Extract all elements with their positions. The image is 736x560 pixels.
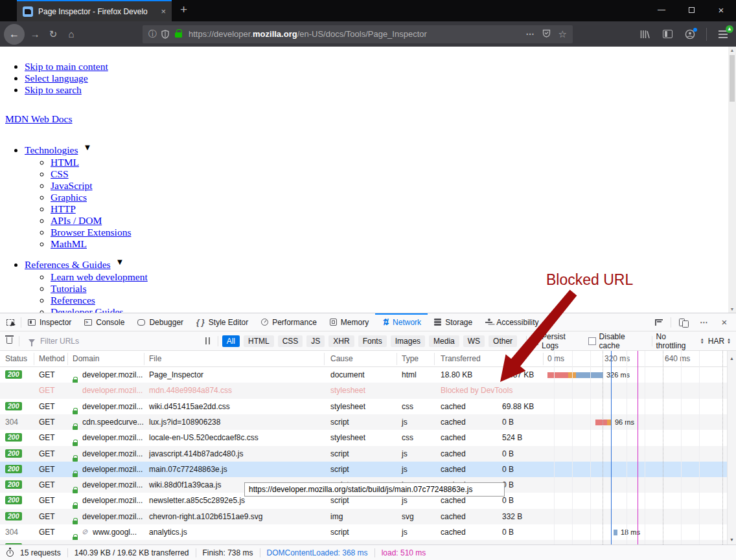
nav-references-link[interactable]: References [51, 295, 95, 306]
clear-requests-button[interactable] [5, 336, 15, 346]
nav-javascript-link[interactable]: JavaScript [51, 180, 93, 191]
table-row[interactable]: 200 GET developer.mozil... locale-en-US.… [0, 430, 736, 445]
sidebar-toggle-icon[interactable] [658, 26, 676, 43]
tab-accessibility[interactable]: Accessibility [479, 313, 545, 331]
table-row[interactable]: 200 GET developer.mozil... [0, 540, 736, 544]
minimize-button[interactable]: — [647, 0, 676, 19]
scrollbar-thumb[interactable] [730, 55, 735, 102]
tracking-shield-icon[interactable] [161, 30, 169, 39]
col-file[interactable]: File [149, 354, 161, 363]
home-button[interactable]: ⌂ [62, 26, 80, 43]
filter-urls-input[interactable] [39, 336, 194, 346]
bookmark-star-icon[interactable]: ☆ [558, 28, 567, 40]
filter-pill-media[interactable]: Media [429, 335, 459, 347]
network-table-scrollbar[interactable]: ▲ ▼ [727, 351, 736, 544]
throttling-select[interactable]: No throttling▲▼ [656, 332, 704, 350]
nav-tutorials-link[interactable]: Tutorials [51, 283, 86, 294]
table-row[interactable]: 304 GET ⊘ www.googl... analytics.js scri… [0, 524, 736, 540]
pick-element-button[interactable] [0, 313, 21, 331]
filter-pill-images[interactable]: Images [391, 335, 425, 347]
pocket-save-icon[interactable] [542, 29, 551, 39]
filter-pill-ws[interactable]: WS [463, 335, 485, 347]
col-cause[interactable]: Cause [330, 354, 353, 363]
col-method[interactable]: Method [39, 354, 65, 363]
table-row[interactable]: 200 GET developer.mozil... javascript.41… [0, 446, 736, 462]
filter-pill-xhr[interactable]: XHR [328, 335, 354, 347]
site-info-icon[interactable]: ⓘ [148, 28, 157, 40]
filter-pill-css[interactable]: CSS [278, 335, 303, 347]
pause-traffic-icon[interactable] [205, 337, 210, 344]
browser-tab[interactable]: Page Inspector - Firefox Develo × [17, 0, 172, 21]
nav-developer-guides-link[interactable]: Developer Guides [51, 306, 123, 313]
table-row-blocked[interactable]: GET developer.mozil... mdn.448e9984a874.… [0, 383, 736, 398]
library-icon[interactable] [636, 26, 654, 43]
nav-html-link[interactable]: HTML [51, 157, 79, 168]
tab-memory[interactable]: Memory [323, 313, 375, 331]
scroll-up-icon[interactable]: ▲ [728, 48, 736, 52]
filter-pill-all[interactable]: All [222, 335, 240, 347]
col-status[interactable]: Status [5, 354, 27, 363]
skip-to-search-link[interactable]: Skip to search [25, 84, 82, 95]
table-row[interactable]: 200 GET developer.mozil... wiki.d451415a… [0, 399, 736, 414]
nav-http-link[interactable]: HTTP [51, 203, 76, 214]
nav-mathml-link[interactable]: MathML [51, 238, 87, 249]
account-icon[interactable] [681, 26, 699, 43]
har-select[interactable]: HAR▲▼ [708, 337, 731, 346]
network-table-header[interactable]: Status Method Domain File Cause Type Tra… [0, 351, 736, 367]
col-transferred[interactable]: Transferred [441, 354, 481, 363]
table-row[interactable]: 200 GET developer.mozil... Page_Inspecto… [0, 367, 736, 383]
persist-logs-checkbox[interactable]: Persist Logs [531, 332, 584, 350]
nav-technologies-link[interactable]: Technologies [25, 144, 78, 155]
filter-pill-js[interactable]: JS [306, 335, 325, 347]
devtools-close-button[interactable]: × [715, 315, 733, 330]
performance-icon [261, 319, 268, 326]
back-button[interactable]: ← [4, 24, 25, 45]
disable-cache-checkbox[interactable]: Disable cache [588, 332, 648, 350]
url-bar[interactable]: ⓘ https://developer.mozilla.org/en-US/do… [143, 25, 573, 43]
nav-css-link[interactable]: CSS [51, 168, 69, 179]
col-type[interactable]: Type [402, 354, 419, 363]
filter-pill-fonts[interactable]: Fonts [358, 335, 387, 347]
nav-references-guides-link[interactable]: References & Guides [25, 259, 111, 270]
skip-to-main-link[interactable]: Skip to main content [25, 61, 108, 72]
table-row[interactable]: 304 GET cdn.speedcurve... lux.js?id=1089… [0, 414, 736, 430]
table-row-selected[interactable]: 200 GET developer.mozil... main.07c77248… [0, 462, 736, 477]
table-row[interactable]: 200 GET developer.mozil... chevron-right… [0, 509, 736, 524]
page-scrollbar[interactable]: ▲ ▼ [728, 47, 736, 313]
dom-content-loaded-time[interactable]: DOMContentLoaded: 368 ms [267, 548, 368, 557]
nav-graphics-link[interactable]: Graphics [51, 192, 87, 203]
forward-button[interactable]: → [26, 26, 44, 43]
responsive-design-button[interactable] [674, 315, 692, 330]
debugger-icon [137, 319, 145, 326]
select-language-link[interactable]: Select language [25, 73, 88, 84]
tab-performance[interactable]: Performance [255, 313, 323, 331]
rulers-button[interactable] [650, 315, 668, 330]
col-domain[interactable]: Domain [73, 354, 99, 363]
tab-storage[interactable]: Storage [428, 313, 479, 331]
scroll-down-icon[interactable]: ▼ [728, 307, 736, 311]
nav-browser-extensions-link[interactable]: Browser Extensions [51, 227, 131, 238]
new-tab-button[interactable]: + [180, 3, 187, 17]
devtools-menu-button[interactable]: ⋯ [695, 315, 713, 330]
network-status-bar: 15 requests 140.39 KB / 19.62 KB transfe… [0, 544, 736, 560]
window-close-button[interactable]: × [706, 0, 736, 19]
menu-button[interactable]: ▲ [714, 26, 732, 43]
maximize-button[interactable] [676, 0, 706, 19]
reload-button[interactable]: ↻ [44, 26, 62, 43]
tab-inspector[interactable]: Inspector [21, 313, 78, 331]
scroll-down-icon[interactable]: ▼ [728, 537, 736, 542]
page-actions-icon[interactable]: ⋯ [526, 29, 535, 39]
https-lock-icon[interactable] [175, 32, 182, 38]
tab-debugger[interactable]: Debugger [131, 313, 190, 331]
nav-apis-dom-link[interactable]: APIs / DOM [51, 215, 102, 226]
filter-pill-other[interactable]: Other [489, 335, 517, 347]
filter-pill-html[interactable]: HTML [244, 335, 274, 347]
tab-close-icon[interactable]: × [161, 6, 166, 16]
tab-network[interactable]: ⇅Network [375, 313, 428, 331]
mdn-home-link[interactable]: MDN Web Docs [5, 113, 73, 124]
load-time[interactable]: load: 510 ms [382, 548, 426, 557]
nav-learn-link[interactable]: Learn web development [51, 271, 148, 282]
scroll-up-icon[interactable]: ▲ [728, 356, 736, 361]
tab-console[interactable]: >Console [78, 313, 131, 331]
tab-style-editor[interactable]: { }Style Editor [190, 313, 255, 331]
